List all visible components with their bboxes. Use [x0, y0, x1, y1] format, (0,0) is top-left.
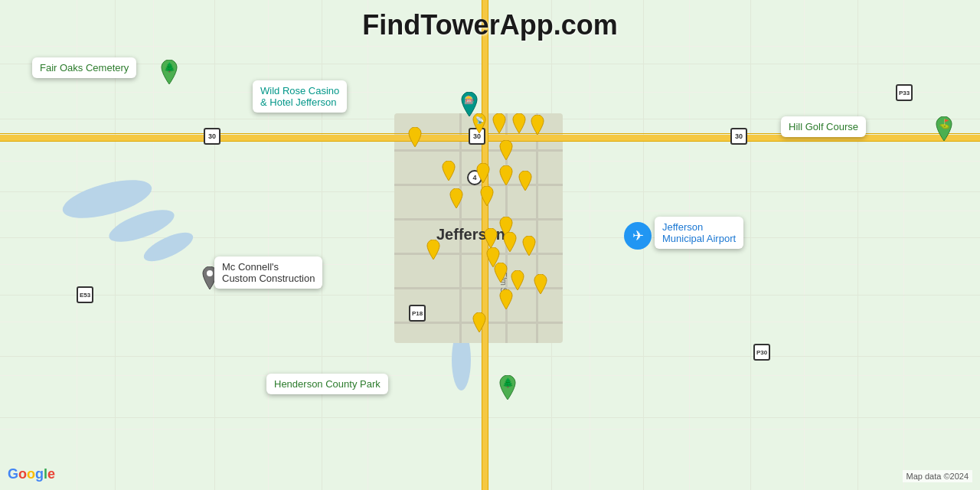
tower-marker[interactable]: [493, 263, 508, 286]
tower-marker[interactable]: [521, 236, 537, 259]
tower-marker[interactable]: [502, 232, 518, 255]
svg-text:🌲: 🌲: [164, 61, 175, 73]
site-title: FindTowerApp.com: [362, 9, 617, 41]
google-logo: Google: [8, 466, 55, 482]
grid-road: [0, 64, 980, 64]
tower-marker[interactable]: 📡: [472, 113, 487, 136]
city-street: [394, 253, 563, 255]
road-shield-e53: E53: [77, 286, 93, 303]
grid-road: [214, 0, 215, 490]
grid-road: [368, 0, 368, 490]
hill-golf-course-marker[interactable]: ⛳: [934, 116, 954, 144]
tower-marker[interactable]: [518, 171, 533, 194]
tower-marker[interactable]: [449, 188, 464, 211]
fair-oaks-cemetery-marker[interactable]: 🌲: [159, 60, 179, 87]
tower-marker[interactable]: [479, 186, 495, 209]
svg-text:📡: 📡: [475, 116, 485, 125]
grid-road: [268, 0, 269, 490]
tower-marker[interactable]: [407, 127, 423, 150]
fair-oaks-cemetery-label: Fair Oaks Cemetery: [32, 57, 136, 78]
wild-rose-casino-label: Wild Rose Casino& Hotel Jefferson: [253, 80, 347, 113]
grid-road: [0, 429, 980, 430]
grid-road: [903, 0, 904, 490]
city-street: [536, 113, 538, 343]
henderson-park-marker[interactable]: 🌲: [498, 375, 518, 403]
hill-golf-course-label: Hill Golf Course: [781, 116, 866, 137]
tower-marker[interactable]: [492, 113, 507, 136]
tower-marker[interactable]: [472, 312, 487, 335]
henderson-park-label: Henderson County Park: [266, 374, 388, 394]
grid-road: [0, 356, 980, 357]
grid-road: [0, 375, 980, 376]
svg-text:⛳: ⛳: [939, 118, 950, 129]
grid-road: [0, 417, 980, 418]
road-shield-us30-east: 30: [730, 128, 747, 145]
tower-marker[interactable]: [498, 140, 514, 163]
tower-marker[interactable]: [530, 115, 545, 138]
road-shield-p33: P33: [896, 84, 913, 101]
tower-marker[interactable]: [441, 161, 456, 184]
grid-road: [0, 46, 980, 47]
highway-v-border: [482, 0, 482, 490]
grid-road: [750, 0, 751, 490]
svg-point-4: [207, 270, 213, 276]
highway-30-border: [0, 141, 980, 142]
road-shield-p30: P30: [753, 344, 770, 361]
map-container: FindTowerApp.com Jefferson S Elm St 30 3…: [0, 0, 980, 490]
tower-marker[interactable]: [511, 113, 527, 136]
airport-marker[interactable]: ✈: [624, 222, 652, 250]
mcconnells-label: Mc Connell'sCustom Construction: [214, 256, 322, 289]
grid-road: [858, 0, 858, 490]
tower-marker[interactable]: [498, 289, 514, 312]
grid-road: [322, 0, 322, 490]
tower-marker[interactable]: [498, 165, 514, 188]
svg-text:🎰: 🎰: [464, 94, 475, 105]
tower-marker[interactable]: [426, 240, 441, 263]
road-shield-p18: P18: [409, 305, 426, 322]
map-attribution: Map data ©2024: [903, 470, 973, 482]
grid-road: [804, 0, 805, 490]
tower-marker[interactable]: [533, 274, 548, 297]
road-shield-us30-west: 30: [204, 128, 220, 145]
airport-label: JeffersonMunicipal Airport: [655, 217, 743, 249]
svg-text:🌲: 🌲: [502, 377, 514, 388]
city-street: [394, 218, 563, 220]
tower-marker[interactable]: [475, 163, 491, 186]
grid-road: [0, 92, 980, 93]
grid-road: [590, 0, 590, 490]
